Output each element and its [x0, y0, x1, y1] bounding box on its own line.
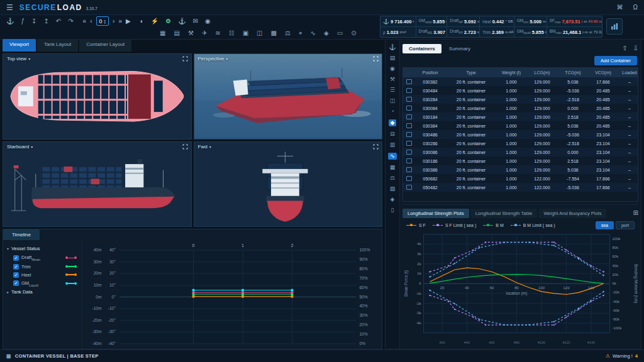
viewport-label-top-view[interactable]: Top view▾ — [7, 56, 30, 62]
tab-containers[interactable]: Containers — [402, 44, 441, 53]
legend-item[interactable]: S F Limit ( sea ) — [433, 223, 476, 228]
tab-viewport[interactable]: Viewport — [3, 39, 36, 52]
vessel-icon[interactable]: ⚓ — [389, 45, 396, 50]
timeline-tab[interactable]: Timeline — [3, 229, 40, 240]
container-row[interactable]: 05068220 ft. container1.000122.000-7.554… — [403, 174, 638, 183]
diamond-icon[interactable]: ◈ — [324, 30, 329, 36]
viewport-label-fwd[interactable]: Fwd▾ — [198, 144, 211, 150]
strength-chart[interactable]: 4k3k2k1k0-1k-2k-3k-4k100k80k60k40k20k0k-… — [402, 231, 638, 346]
tank-icon[interactable]: ◫ — [390, 98, 396, 104]
ballast-icon[interactable]: ◆ — [389, 119, 397, 126]
frame-icon[interactable]: ▣ — [243, 30, 248, 36]
checkbox-checked[interactable]: ✓ — [13, 272, 19, 278]
tab-longitudinal-strength-table[interactable]: Longitudinal Strength Table — [470, 209, 538, 218]
snapshot-icon[interactable]: ◉ — [390, 66, 395, 72]
deck-plan-icon[interactable]: ▤ — [390, 55, 396, 61]
timeline-series-draft[interactable]: ✓DraftMean — [13, 255, 79, 261]
split-icon[interactable]: ◫ — [257, 30, 262, 36]
gauge-icon[interactable]: ◔ — [391, 109, 394, 114]
save-icon[interactable]: ↧ — [31, 18, 36, 25]
viewport-fwd[interactable]: Fwd▾ — [194, 141, 383, 228]
legend-item[interactable]: S F — [406, 223, 426, 228]
snapshot-icon[interactable]: ◉ — [205, 18, 211, 25]
step-selector[interactable]: 0▴▾ — [96, 16, 109, 26]
waves-icon[interactable]: ≋ — [215, 30, 220, 36]
stability-curves-button[interactable] — [606, 18, 623, 35]
tab-tank-layout[interactable]: Tank Layout — [37, 39, 78, 52]
card-icon[interactable]: ▭ — [337, 30, 343, 36]
viewport-perspective[interactable]: Perspective▾ — [194, 53, 383, 140]
step-forward-icon[interactable]: › — [113, 18, 114, 25]
redo-icon[interactable]: ↷ — [68, 18, 73, 25]
container-row[interactable]: 03008620 ft. container1.000129.0000.0002… — [403, 148, 638, 156]
message-icon[interactable]: ✉ — [193, 18, 198, 25]
plane-icon[interactable]: ✈ — [202, 30, 207, 36]
layers-icon[interactable]: ☷ — [229, 30, 235, 36]
expand-icon[interactable] — [182, 56, 188, 62]
tab-summary[interactable]: Summary — [443, 44, 477, 53]
container-row[interactable]: 03038420 ft. container1.000129.0005.0362… — [403, 121, 638, 130]
auto-settings-icon[interactable]: ⚙ — [165, 18, 171, 25]
timeline-series-trim[interactable]: ✓Trim — [13, 264, 79, 270]
container-row[interactable]: 03018620 ft. container1.000129.0002.5182… — [403, 156, 638, 165]
function-icon[interactable]: ƒ — [21, 18, 25, 25]
container-row[interactable]: 03048620 ft. container1.000129.000-5.036… — [403, 130, 638, 139]
container-row[interactable]: 05048220 ft. container1.000122.000-5.036… — [403, 183, 638, 192]
report-icon[interactable]: ▧ — [390, 186, 396, 192]
timeline-series-gm[interactable]: ✓GMLiquid — [13, 280, 79, 287]
tab-weight-and-buoyancy-plots[interactable]: Weight And Buoyancy Plots — [538, 209, 606, 218]
shortcuts-icon[interactable]: ⌘ — [617, 4, 623, 11]
port-button[interactable]: port — [616, 221, 635, 229]
container-row[interactable]: 03028420 ft. container1.000129.000-2.518… — [403, 95, 638, 104]
curve-icon[interactable]: ∿ — [311, 30, 316, 36]
skip-end-icon[interactable]: » — [118, 18, 122, 25]
grid-icon[interactable]: ▤ — [174, 30, 179, 36]
container-row[interactable]: 03048420 ft. container1.000129.000-5.036… — [403, 86, 638, 95]
visibility-icon[interactable]: ◐ — [140, 18, 144, 25]
vessel-icon[interactable]: ⚓ — [6, 18, 14, 25]
legend-item[interactable]: B M — [483, 223, 503, 228]
container-row[interactable]: 03038220 ft. container1.000129.0005.0361… — [403, 77, 638, 86]
checkbox-checked[interactable]: ✓ — [13, 280, 19, 286]
tank-data-group[interactable]: ▸Tank Data — [7, 289, 79, 295]
document-icon[interactable]: ▯ — [391, 207, 394, 213]
undo-icon[interactable]: ↶ — [56, 18, 61, 25]
checkbox-checked[interactable]: ✓ — [13, 255, 19, 261]
expand-icon[interactable] — [373, 144, 379, 150]
viewport-label-perspective[interactable]: Perspective▾ — [198, 56, 228, 62]
crane-icon[interactable]: ⚒ — [390, 77, 395, 82]
load-plan-icon[interactable]: ⇧ — [622, 45, 627, 52]
strength-chart-icon[interactable]: ∿ — [388, 153, 397, 160]
timeline-series-heel[interactable]: ✓Heel — [13, 272, 79, 278]
toggle-icon[interactable]: ⊙ — [351, 30, 356, 36]
container-row[interactable]: 03028620 ft. container1.000129.000-2.518… — [403, 139, 638, 148]
stability-icon[interactable]: ⚖ — [390, 175, 395, 181]
support-headset-icon[interactable]: Ω — [633, 4, 638, 11]
menu-icon[interactable]: ☰ — [6, 3, 13, 12]
checkbox-checked[interactable]: ✓ — [13, 264, 19, 270]
expand-icon[interactable] — [182, 144, 188, 150]
export-plot-icon[interactable]: ⊞ — [633, 209, 638, 216]
legend-item[interactable]: B M Limit ( sea ) — [511, 223, 555, 228]
stack-icon[interactable]: ▦ — [160, 30, 165, 36]
tab-longitudinal-strength-plots[interactable]: Longitudinal Strength Plots — [402, 209, 469, 218]
ship-status-icon[interactable]: ⚓ — [178, 18, 186, 25]
layers-icon[interactable]: ◈ — [391, 197, 395, 202]
tools-icon[interactable]: ⚒ — [188, 30, 194, 36]
warning-indicator[interactable]: ⚠ Warning ! 4 — [606, 353, 638, 359]
play-icon[interactable]: ▶ — [126, 18, 131, 25]
timeline-chart[interactable]: 40m40°30m30°20m20°10m10°0m0°-10m-10°-20m… — [82, 240, 382, 349]
add-container-button[interactable]: Add Container — [594, 56, 637, 65]
table-icon[interactable]: ▦ — [390, 165, 396, 170]
discharge-plan-icon[interactable]: ⇩ — [633, 45, 638, 52]
step-back-icon[interactable]: ‹ — [90, 18, 92, 25]
target-icon[interactable]: ⌖ — [299, 30, 303, 36]
container-row[interactable]: 03038620 ft. container1.000129.0005.0362… — [403, 165, 638, 174]
export-icon[interactable]: ↥ — [43, 18, 48, 25]
hatch-icon[interactable]: ▩ — [271, 30, 277, 36]
sea-button[interactable]: sea — [596, 221, 614, 229]
containers-table-wrap[interactable]: PositionTypeWeight (t)LCG(m)TCG(m)VCG(m)… — [402, 67, 638, 202]
container-row[interactable]: 03008420 ft. container1.000129.0000.0002… — [403, 104, 638, 112]
printer-icon[interactable]: ⊟ — [390, 131, 395, 137]
hydro-icon[interactable]: ▥ — [390, 142, 396, 148]
